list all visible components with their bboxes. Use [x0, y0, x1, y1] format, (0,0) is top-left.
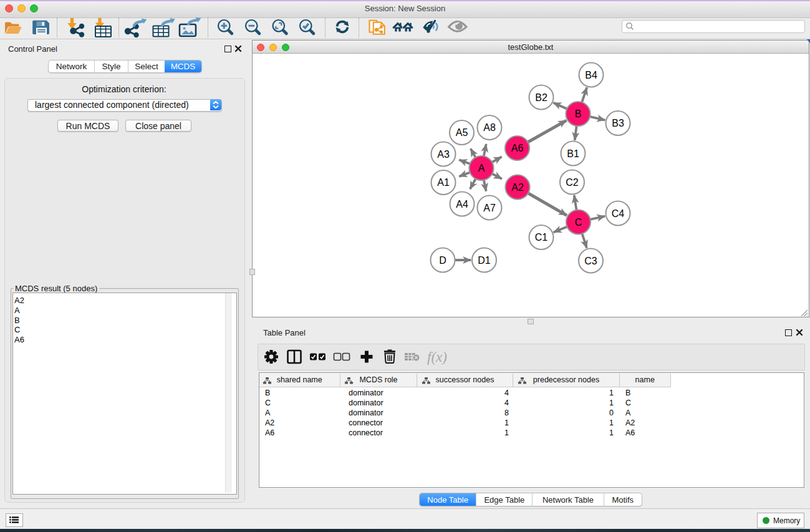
svg-text:D: D — [439, 255, 446, 266]
svg-text:f(x): f(x) — [427, 349, 447, 365]
svg-text:A: A — [478, 163, 485, 173]
svg-text:C4: C4 — [612, 208, 625, 219]
svg-text:A2: A2 — [511, 182, 524, 193]
svg-text:A1: A1 — [437, 177, 450, 188]
svg-text:C: C — [575, 217, 582, 228]
svg-text:B2: B2 — [535, 92, 547, 103]
svg-text:C2: C2 — [566, 177, 579, 188]
svg-text:A3: A3 — [437, 149, 450, 160]
svg-text:A7: A7 — [483, 203, 496, 213]
svg-text:B4: B4 — [585, 70, 597, 80]
svg-text:A5: A5 — [456, 127, 468, 138]
svg-text:A6: A6 — [511, 143, 524, 153]
svg-text:A4: A4 — [456, 199, 468, 210]
svg-text:B: B — [575, 109, 582, 119]
svg-text:D1: D1 — [478, 255, 491, 266]
svg-text:C1: C1 — [535, 232, 548, 243]
svg-text:B1: B1 — [567, 148, 579, 159]
svg-text:B3: B3 — [612, 118, 624, 128]
svg-text:C3: C3 — [584, 256, 597, 266]
svg-text:A8: A8 — [483, 122, 496, 133]
